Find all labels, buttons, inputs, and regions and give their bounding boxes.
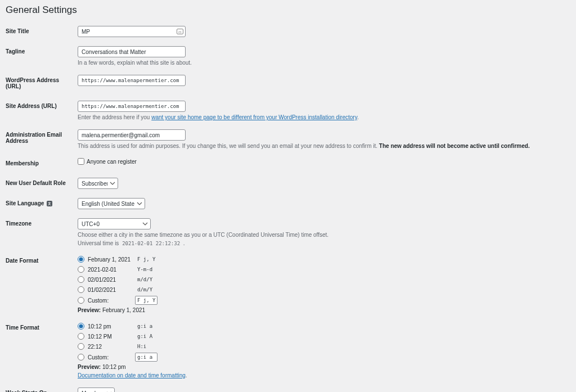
label-timezone: Timezone xyxy=(6,214,78,251)
time-format-example: 10:12 pm xyxy=(88,323,132,330)
time-format-radio[interactable] xyxy=(78,333,84,340)
date-format-code: m/d/Y xyxy=(135,276,155,283)
time-format-custom-label: Custom: xyxy=(88,354,132,361)
time-format-custom-radio[interactable] xyxy=(78,354,84,361)
label-time-format: Time Format xyxy=(6,318,78,383)
translate-icon: 文 xyxy=(47,201,52,206)
date-format-example: 2021-02-01 xyxy=(88,267,132,273)
date-format-custom-input[interactable] xyxy=(135,296,158,305)
tagline-input[interactable] xyxy=(78,46,186,57)
new-user-role-select[interactable]: Subscriber xyxy=(78,178,118,189)
membership-option-label: Anyone can register xyxy=(87,159,137,165)
timezone-select[interactable]: UTC+0 xyxy=(78,218,151,229)
date-format-code: F j, Y xyxy=(135,255,158,263)
label-week-starts: Week Starts On xyxy=(6,383,78,392)
admin-email-help: This address is used for admin purposes.… xyxy=(78,143,565,149)
date-format-preview: Preview: February 1, 2021 xyxy=(78,307,565,313)
date-format-code: d/m/Y xyxy=(135,286,155,294)
label-admin-email: Administration Email Address xyxy=(6,125,78,154)
label-site-title: Site Title xyxy=(6,21,78,42)
label-site-url: Site Address (URL) xyxy=(6,96,78,125)
date-format-custom-label: Custom: xyxy=(88,298,132,304)
label-tagline: Tagline xyxy=(6,42,78,70)
date-format-radio[interactable] xyxy=(78,266,84,273)
date-format-radio[interactable] xyxy=(78,286,84,293)
label-membership: Membership xyxy=(6,154,78,173)
time-format-example: 10:12 PM xyxy=(88,334,132,340)
time-format-radio[interactable] xyxy=(78,323,84,330)
time-format-code: H:i xyxy=(135,343,148,350)
time-format-custom-input[interactable] xyxy=(135,353,158,362)
week-starts-select[interactable]: Monday xyxy=(78,388,115,392)
page-title: General Settings xyxy=(6,4,570,16)
label-new-user-role: New User Default Role xyxy=(6,173,78,193)
datetime-doc-link[interactable]: Documentation on date and time formattin… xyxy=(78,372,186,379)
label-site-language: Site Language 文 xyxy=(6,193,78,214)
date-format-example: February 1, 2021 xyxy=(88,256,132,263)
label-date-format: Date Format xyxy=(6,251,78,318)
date-format-radio[interactable] xyxy=(78,276,84,283)
site-language-select[interactable]: English (United States) xyxy=(78,198,145,209)
site-url-input[interactable] xyxy=(78,101,186,112)
admin-email-input[interactable] xyxy=(78,129,186,141)
date-format-example: 02/01/2021 xyxy=(88,277,132,283)
contact-card-icon: ▭ xyxy=(177,29,183,34)
universal-time: Universal time is 2021-02-01 22:12:32 . xyxy=(78,240,565,246)
time-format-preview: Preview: 10:12 pm xyxy=(78,364,565,370)
time-format-code: g:i A xyxy=(135,332,155,340)
date-format-example: 01/02/2021 xyxy=(88,287,132,293)
membership-option[interactable]: Anyone can register xyxy=(78,158,565,165)
time-format-example: 22:12 xyxy=(88,344,132,350)
membership-checkbox[interactable] xyxy=(78,158,84,165)
time-format-radio[interactable] xyxy=(78,343,84,350)
site-title-input[interactable] xyxy=(78,26,186,37)
timezone-help: Choose either a city in the same timezon… xyxy=(78,232,565,238)
time-format-code: g:i a xyxy=(135,322,155,330)
label-wp-url: WordPress Address (URL) xyxy=(6,70,78,96)
date-format-code: Y-m-d xyxy=(135,265,155,273)
date-format-custom-radio[interactable] xyxy=(78,297,84,304)
wp-url-input[interactable] xyxy=(78,75,186,86)
date-format-radio[interactable] xyxy=(78,256,84,263)
tagline-help: In a few words, explain what this site i… xyxy=(78,60,565,66)
site-url-help: Enter the address here if you want your … xyxy=(78,114,565,120)
time-format-fieldset: 10:12 pmg:i a10:12 PMg:i A22:12H:i xyxy=(78,322,565,353)
site-url-help-link[interactable]: want your site home page to be different… xyxy=(151,114,357,120)
date-format-fieldset: February 1, 2021F j, Y2021-02-01Y-m-d02/… xyxy=(78,255,565,296)
